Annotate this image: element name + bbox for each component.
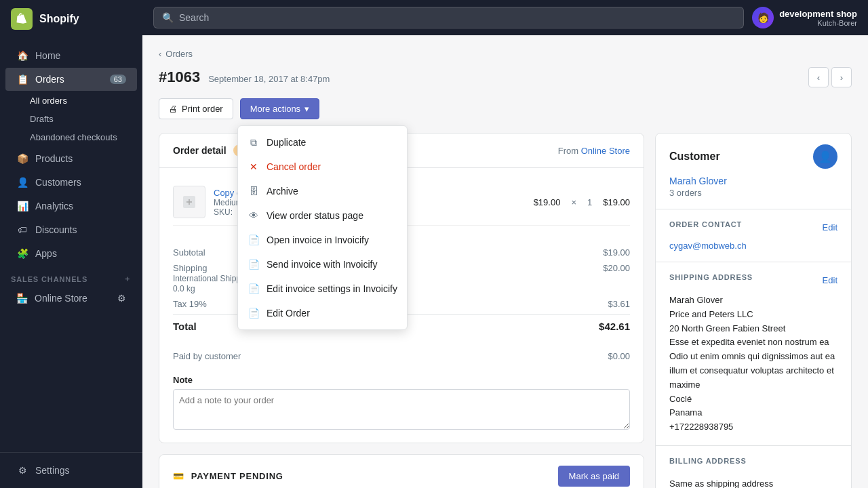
- item-unit-price: $19.00: [534, 197, 561, 207]
- item-thumbnail: [173, 186, 205, 218]
- action-bar: 🖨 Print order More actions ▾ ⧉ Duplicate…: [159, 98, 852, 119]
- next-order-button[interactable]: ›: [831, 67, 852, 87]
- eye-icon: 👁: [248, 209, 260, 222]
- online-store-settings-icon[interactable]: ⚙: [117, 293, 126, 304]
- products-icon: 📦: [16, 152, 28, 165]
- contact-email[interactable]: cygav@mobweb.ch: [669, 241, 837, 251]
- sidebar-item-orders-label: Orders: [35, 74, 64, 85]
- customer-order-count: 3 orders: [669, 188, 837, 198]
- item-qty-separator: ×: [571, 197, 576, 207]
- page-title-area: #1063 September 18, 2017 at 8:47pm: [159, 68, 330, 86]
- dropdown-item-cancel[interactable]: ✕ Cancel order: [238, 155, 407, 179]
- edit-contact-button[interactable]: Edit: [823, 222, 837, 232]
- breadcrumb[interactable]: ‹ Orders: [159, 49, 852, 59]
- dropdown-item-archive[interactable]: 🗄 Archive: [238, 179, 407, 203]
- apps-icon: 🧩: [16, 247, 28, 260]
- edit-shipping-button[interactable]: Edit: [823, 275, 837, 285]
- sidebar-footer: ⚙ Settings: [0, 452, 142, 488]
- page-title: #1063: [159, 68, 200, 86]
- orders-icon: 📋: [16, 73, 28, 85]
- mark-as-paid-button[interactable]: Mark as paid: [558, 466, 630, 487]
- sidebar-item-customers[interactable]: 👤 Customers: [5, 171, 137, 194]
- dropdown-item-edit-invoice-settings[interactable]: 📄 Edit invoice settings in Invoicify: [238, 277, 407, 301]
- topbar: 🔍 🧑 development shop Kutch-Borer: [142, 0, 868, 35]
- sidebar-item-orders[interactable]: 📋 Orders 63: [5, 68, 137, 91]
- sidebar-item-settings[interactable]: ⚙ Settings: [5, 459, 137, 482]
- customer-card: Customer 👤 Marah Glover 3 orders ORDER C…: [655, 133, 852, 488]
- user-area[interactable]: 🧑 development shop Kutch-Borer: [752, 7, 857, 28]
- payment-pending-card: 💳 PAYMENT PENDING Mark as paid: [159, 454, 644, 488]
- shipping-address-label: SHIPPING ADDRESS: [669, 273, 753, 281]
- sidebar-item-analytics-label: Analytics: [35, 201, 73, 211]
- sidebar-item-online-store[interactable]: 🏪 Online Store ⚙: [5, 287, 137, 309]
- billing-address-header: BILLING ADDRESS: [669, 457, 837, 470]
- sidebar-item-home-label: Home: [35, 50, 60, 61]
- sidebar-nav: 🏠 Home 📋 Orders 63 All orders Drafts Aba…: [0, 38, 142, 452]
- customer-title: Customer: [669, 150, 720, 163]
- sidebar-sub-drafts[interactable]: Drafts: [0, 110, 142, 128]
- more-actions-label: More actions: [250, 104, 300, 114]
- item-line-total: $19.00: [603, 197, 630, 207]
- main-area: 🔍 🧑 development shop Kutch-Borer ‹ Order…: [142, 0, 868, 488]
- analytics-icon: 📊: [16, 200, 28, 212]
- order-contact-header: ORDER CONTACT Edit: [669, 220, 837, 234]
- home-icon: 🏠: [16, 49, 28, 62]
- payment-pending-label: 💳 PAYMENT PENDING: [173, 471, 283, 481]
- invoice-settings-icon: 📄: [248, 283, 260, 295]
- sidebar-item-products[interactable]: 📦 Products: [5, 147, 137, 170]
- order-date: September 18, 2017 at 8:47pm: [208, 74, 330, 84]
- sidebar-item-discounts[interactable]: 🏷 Discounts: [5, 218, 137, 241]
- dropdown-item-edit-order[interactable]: 📄 Edit Order: [238, 301, 407, 325]
- invoice-send-icon: 📄: [248, 258, 260, 270]
- sidebar-item-discounts-label: Discounts: [35, 224, 77, 235]
- sidebar: Shopify 🏠 Home 📋 Orders 63 All orders Dr…: [0, 0, 142, 488]
- prev-order-button[interactable]: ‹: [808, 67, 829, 87]
- dropdown-item-send-invoice[interactable]: 📄 Send invoice with Invoicify: [238, 252, 407, 277]
- dropdown-item-duplicate[interactable]: ⧉ Duplicate: [238, 130, 407, 155]
- shipping-address: Marah Glover Price and Peters LLC 20 Nor…: [669, 293, 837, 434]
- note-area: Note: [159, 364, 644, 443]
- order-source: From Online Store: [558, 146, 630, 156]
- search-input[interactable]: [179, 12, 735, 23]
- app-title: Shopify: [39, 13, 79, 25]
- right-column: Customer 👤 Marah Glover 3 orders ORDER C…: [655, 133, 852, 488]
- chevron-down-icon: ▾: [304, 104, 309, 114]
- edit-order-icon: 📄: [248, 307, 260, 319]
- breadcrumb-back-icon: ‹: [159, 49, 161, 59]
- more-actions-button[interactable]: More actions ▾: [240, 98, 319, 119]
- sidebar-item-apps[interactable]: 🧩 Apps: [5, 242, 137, 265]
- item-price: $19.00 × 1 $19.00: [534, 197, 630, 207]
- paid-by-row: Paid by customer $0.00: [173, 348, 630, 364]
- sidebar-item-home[interactable]: 🏠 Home: [5, 44, 137, 67]
- customer-name[interactable]: Marah Glover: [669, 176, 837, 186]
- discounts-icon: 🏷: [16, 224, 28, 236]
- print-icon: 🖨: [169, 104, 178, 114]
- dropdown-item-open-invoice[interactable]: 📄 Open invoice in Invoicify: [238, 228, 407, 252]
- add-sales-channel-icon[interactable]: ＋: [123, 274, 132, 284]
- nav-arrows: ‹ ›: [808, 67, 852, 87]
- order-source-link[interactable]: Online Store: [581, 146, 630, 156]
- more-actions-dropdown: ⧉ Duplicate ✕ Cancel order 🗄 Archive 👁 V…: [237, 125, 408, 330]
- page-header: #1063 September 18, 2017 at 8:47pm ‹ ›: [159, 67, 852, 87]
- shipping-address-header: SHIPPING ADDRESS Edit: [669, 273, 837, 287]
- note-input[interactable]: [173, 389, 630, 430]
- sidebar-header: Shopify: [0, 0, 142, 38]
- search-bar[interactable]: 🔍: [153, 7, 744, 28]
- print-order-button[interactable]: 🖨 Print order: [159, 98, 233, 119]
- orders-badge: 63: [110, 75, 126, 84]
- dropdown-item-view-status[interactable]: 👁 View order status page: [238, 203, 407, 228]
- customers-icon: 👤: [16, 176, 28, 188]
- shopify-logo: [11, 8, 33, 30]
- breadcrumb-label: Orders: [165, 49, 193, 59]
- billing-address-label: BILLING ADDRESS: [669, 457, 747, 465]
- sidebar-sub-all-orders[interactable]: All orders: [0, 92, 142, 110]
- order-contact-label: ORDER CONTACT: [669, 220, 742, 228]
- sidebar-sub-abandoned[interactable]: Abandoned checkouts: [0, 128, 142, 146]
- customer-avatar: 👤: [813, 144, 837, 169]
- sidebar-item-analytics[interactable]: 📊 Analytics: [5, 195, 137, 218]
- payment-icon: 💳: [173, 471, 184, 481]
- sidebar-item-products-label: Products: [35, 153, 73, 164]
- sidebar-item-customers-label: Customers: [35, 177, 81, 188]
- x-icon: ✕: [248, 161, 260, 173]
- sales-channels-section: SALES CHANNELS ＋: [0, 266, 142, 287]
